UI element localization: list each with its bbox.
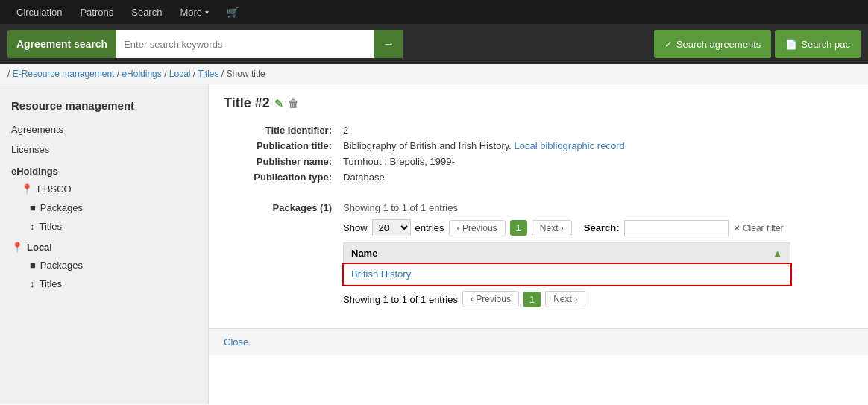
breadcrumb-local[interactable]: Local	[169, 69, 191, 79]
top-nav: Circulation Patrons Search More ▾ 🛒	[0, 0, 868, 24]
content-area: Title #2 ✎ 🗑 Title identifier: 2 Publica…	[209, 84, 868, 321]
details-table: Title identifier: 2 Publication title: B…	[224, 122, 853, 185]
edit-icon[interactable]: ✎	[274, 98, 283, 110]
sidebar-local-header[interactable]: 📍 Local	[0, 236, 208, 256]
search-pac-icon: 📄	[785, 39, 797, 50]
bottom-page-num[interactable]: 1	[523, 292, 541, 307]
titles-sort-icon: ↕	[30, 221, 35, 232]
publication-title-label: Publication title:	[224, 140, 343, 151]
local-package-icon: ■	[30, 260, 36, 271]
local-titles-icon: ↕	[30, 278, 35, 289]
publication-type-value: Database	[343, 172, 385, 183]
packages-table: Name ▲ British History	[343, 242, 790, 285]
search-inline-label: Search:	[584, 222, 620, 233]
nav-circulation[interactable]: Circulation	[7, 0, 71, 24]
sidebar-eholdings-header: eHoldings	[0, 160, 208, 180]
publication-type-row: Publication type: Database	[224, 169, 853, 185]
packages-label: Packages (1)	[224, 202, 343, 307]
nav-more[interactable]: More ▾	[171, 0, 218, 24]
british-history-row[interactable]: British History	[344, 264, 790, 285]
close-button[interactable]: Close	[224, 336, 248, 348]
bottom-next-button[interactable]: Next ›	[545, 291, 585, 307]
top-prev-button[interactable]: ‹ Previous	[449, 220, 506, 236]
name-col-label: Name	[351, 248, 377, 259]
top-pagination-row: Show 20 10 50 100 entries ‹ Previous 1 N…	[343, 219, 853, 236]
publisher-name-row: Publisher name: Turnhout : Brepolis, 199…	[224, 154, 853, 169]
nav-search[interactable]: Search	[122, 0, 171, 24]
local-bibliographic-record-link[interactable]: Local bibliographic record	[515, 140, 625, 151]
top-next-button[interactable]: Next ›	[532, 220, 572, 236]
breadcrumb-titles[interactable]: Titles	[198, 69, 218, 79]
bottom-prev-button[interactable]: ‹ Previous	[462, 291, 519, 307]
search-go-button[interactable]: →	[374, 30, 403, 58]
publisher-name-label: Publisher name:	[224, 156, 343, 167]
sidebar-local-titles[interactable]: ↕ Titles	[0, 274, 208, 293]
name-column-header[interactable]: Name ▲	[344, 243, 790, 264]
search-pac-button[interactable]: 📄 Search pac	[775, 30, 861, 58]
sidebar-ebsco-header[interactable]: 📍 EBSCO	[0, 180, 208, 198]
publication-title-row: Publication title: Bibliography of Briti…	[224, 138, 853, 154]
search-agreements-check-icon: ✓	[664, 39, 673, 50]
more-caret-icon: ▾	[205, 8, 209, 16]
bottom-showing-text: Showing 1 to 1 of 1 entries	[343, 294, 458, 305]
page-title-text: Title #2	[224, 95, 270, 111]
breadcrumb: / E-Resource management / eHoldings / Lo…	[0, 64, 868, 84]
main-layout: Resource management Agreements Licenses …	[0, 84, 868, 404]
publisher-name-value: Turnhout : Brepolis, 1999-	[343, 156, 455, 167]
search-pac-label: Search pac	[801, 39, 850, 50]
publication-title-value: Bibliography of British and Irish Histor…	[343, 140, 625, 151]
publication-type-label: Publication type:	[224, 172, 343, 183]
pin-icon: 📍	[21, 183, 33, 195]
search-agreements-label: Search agreements	[676, 39, 761, 50]
title-identifier-row: Title identifier: 2	[224, 122, 853, 138]
sidebar: Resource management Agreements Licenses …	[0, 84, 209, 404]
local-pin-icon: 📍	[11, 242, 23, 253]
agreement-search-label: Agreement search	[7, 30, 116, 58]
sidebar-item-licenses[interactable]: Licenses	[0, 139, 208, 160]
show-label: Show	[343, 222, 368, 233]
close-section: Close	[209, 328, 868, 355]
entries-select[interactable]: 20 10 50 100	[372, 219, 411, 236]
breadcrumb-eresource[interactable]: E-Resource management	[13, 69, 115, 79]
title-identifier-label: Title identifier:	[224, 125, 343, 136]
search-input[interactable]	[116, 30, 374, 58]
packages-section: Packages (1) Showing 1 to 1 of 1 entries…	[224, 200, 853, 310]
nav-patrons[interactable]: Patrons	[71, 0, 122, 24]
packages-showing-text: Showing 1 to 1 of 1 entries	[343, 202, 853, 213]
packages-content: Showing 1 to 1 of 1 entries Show 20 10 5…	[343, 202, 853, 307]
british-history-link[interactable]: British History	[351, 269, 411, 280]
search-go-arrow-icon: →	[383, 37, 394, 51]
sort-asc-icon[interactable]: ▲	[773, 248, 782, 259]
search-filter-input[interactable]	[624, 220, 729, 236]
delete-icon[interactable]: 🗑	[288, 98, 298, 110]
page-title-row: Title #2 ✎ 🗑	[224, 95, 853, 111]
package-icon: ■	[30, 202, 36, 213]
nav-cart[interactable]: 🛒	[218, 0, 248, 24]
search-agreements-button[interactable]: ✓ Search agreements	[654, 30, 771, 58]
top-page-num[interactable]: 1	[510, 220, 527, 236]
sidebar-ebsco-packages[interactable]: ■ Packages	[0, 198, 208, 217]
clear-filter-button[interactable]: ✕ Clear filter	[733, 223, 784, 233]
sidebar-item-agreements[interactable]: Agreements	[0, 119, 208, 139]
bottom-pagination-row: Showing 1 to 1 of 1 entries ‹ Previous 1…	[343, 291, 853, 307]
sidebar-ebsco-titles[interactable]: ↕ Titles	[0, 217, 208, 236]
entries-label: entries	[415, 222, 444, 233]
sidebar-heading: Resource management	[0, 95, 208, 119]
breadcrumb-eholdings[interactable]: eHoldings	[122, 69, 161, 79]
breadcrumb-show-title: Show title	[227, 69, 265, 79]
packages-header-row: Packages (1) Showing 1 to 1 of 1 entries…	[224, 200, 853, 310]
british-history-cell: British History	[344, 264, 790, 285]
sidebar-local-packages[interactable]: ■ Packages	[0, 256, 208, 274]
search-bar-row: Agreement search → ✓ Search agreements 📄…	[0, 24, 868, 64]
title-identifier-value: 2	[343, 125, 348, 136]
